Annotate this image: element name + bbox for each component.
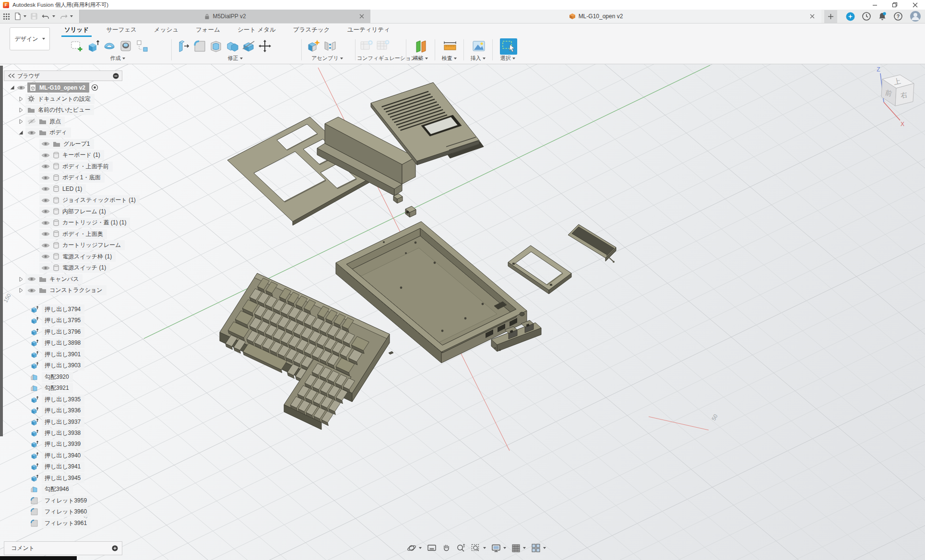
visibility-eye-icon[interactable] [27, 288, 36, 293]
group-label[interactable]: 選択 [500, 55, 511, 61]
tree-row[interactable]: カートリッジ・蓋 (1) (1) [39, 218, 130, 228]
document-tab-m5dialpp[interactable]: M5DialPP v2 [79, 10, 371, 23]
new-tab-button[interactable] [824, 10, 837, 23]
feature-item[interactable]: 押し出し3940 [30, 451, 84, 461]
tree-row[interactable]: LED (1) [39, 184, 86, 194]
3d-viewport[interactable]: 150 50 50 50 [0, 0, 925, 560]
ribbon-tab-6[interactable]: ユーティリティ [346, 26, 391, 34]
browser-panel-header[interactable]: ブラウザ [4, 70, 122, 81]
viewcube[interactable]: 上 前 右 Z X [864, 64, 925, 131]
visibility-eye-icon[interactable] [41, 265, 50, 271]
feature-item[interactable]: 押し出し3796 [30, 327, 84, 337]
help-icon[interactable]: ? [894, 12, 902, 21]
browser-scrollbar[interactable] [0, 66, 3, 436]
model-cartridge-frame[interactable] [508, 245, 571, 294]
move-copy-icon[interactable] [257, 38, 273, 54]
panel-options-icon[interactable] [113, 73, 119, 79]
undo-button[interactable] [42, 13, 55, 20]
select-tool-icon[interactable] [500, 38, 517, 55]
tree-row[interactable]: 電源スイッチ (1) [39, 263, 110, 273]
tree-row[interactable]: キーボード (1) [39, 150, 104, 160]
tree-row[interactable]: コンストラクション [18, 285, 107, 295]
collapse-panel-icon[interactable] [8, 73, 15, 78]
tree-row[interactable]: 名前の付いたビュー [18, 105, 94, 115]
viewports-button[interactable] [530, 542, 547, 554]
tree-row[interactable]: ボディ・上面手前 [39, 162, 113, 172]
restore-button[interactable] [885, 0, 905, 10]
workspace-switcher[interactable]: デザイン [10, 27, 50, 50]
joint-icon[interactable] [322, 38, 338, 54]
visibility-eye-icon[interactable] [41, 141, 50, 147]
tree-row[interactable]: 内部フレーム (1) [39, 207, 110, 217]
save-button[interactable] [31, 13, 37, 20]
visibility-eye-icon[interactable] [41, 198, 50, 203]
tree-row[interactable]: グループ1 [39, 139, 94, 149]
expander-closed-icon[interactable] [18, 277, 24, 282]
redo-button[interactable] [59, 13, 73, 20]
visibility-eye-icon[interactable] [41, 243, 50, 248]
close-button[interactable] [905, 0, 925, 10]
new-component-icon[interactable] [306, 38, 321, 54]
close-tab-icon[interactable] [359, 14, 364, 19]
extensions-icon[interactable] [846, 12, 855, 21]
visibility-eye-icon[interactable] [41, 220, 50, 226]
tree-row[interactable]: カートリッジフレーム [39, 240, 125, 250]
ribbon-tab-0[interactable]: ソリッド [63, 26, 90, 34]
expander-closed-icon[interactable] [18, 107, 24, 113]
grid-snap-button[interactable] [510, 543, 527, 554]
expander-closed-icon[interactable] [18, 288, 24, 293]
feature-item[interactable]: 押し出し3903 [30, 361, 84, 371]
feature-item[interactable]: フィレット3961 [30, 518, 91, 528]
feature-item[interactable]: 押し出し3935 [30, 395, 84, 405]
feature-item[interactable]: 押し出し3937 [30, 417, 84, 427]
fillet-icon[interactable] [192, 38, 207, 54]
feature-item[interactable]: 押し出し3901 [30, 350, 84, 360]
group-label[interactable]: 作成 [110, 55, 121, 61]
orbit-button[interactable] [406, 542, 423, 554]
tree-row[interactable]: ボディ・上面奥 [39, 229, 107, 239]
tree-row[interactable]: ML-G10_open v2 [10, 82, 98, 93]
configuration-table-icon[interactable] [375, 38, 391, 54]
feature-item[interactable]: フィレット3960 [30, 507, 91, 517]
user-avatar[interactable] [910, 11, 921, 22]
group-label[interactable]: 構築 [413, 55, 424, 61]
feature-item[interactable]: フィレット3959 [30, 496, 91, 506]
tree-row[interactable]: 原点 [18, 117, 65, 127]
visibility-eye-icon[interactable] [27, 130, 36, 136]
insert-image-icon[interactable] [471, 38, 486, 54]
activate-component-icon[interactable] [91, 84, 98, 91]
expander-open-icon[interactable] [18, 130, 24, 135]
extrude-icon[interactable] [85, 38, 101, 54]
ribbon-tab-5[interactable]: プラスチック [292, 26, 331, 34]
model-power-strip[interactable] [568, 224, 616, 263]
revolve-icon[interactable] [102, 38, 117, 54]
construct-plane-icon[interactable] [414, 38, 429, 54]
measure-icon[interactable] [442, 38, 458, 54]
hole-icon[interactable] [118, 38, 133, 54]
visibility-eye-icon[interactable] [41, 186, 50, 192]
display-settings-button[interactable] [490, 543, 507, 554]
look-at-button[interactable] [426, 543, 438, 553]
feature-item[interactable]: 押し出し3941 [30, 462, 84, 472]
tree-row[interactable]: ドキュメントの設定 [18, 94, 95, 104]
group-label[interactable]: アセンブリ [311, 55, 338, 61]
create-sketch-icon[interactable] [69, 38, 84, 54]
job-status-clock-icon[interactable] [862, 12, 871, 21]
feature-item[interactable]: 押し出し3945 [30, 473, 84, 483]
pattern-icon[interactable] [134, 38, 150, 54]
group-label[interactable]: 検査 [442, 55, 452, 61]
tree-row[interactable]: ボディ1・底面 [39, 173, 105, 183]
expander-open-icon[interactable] [10, 85, 15, 90]
expander-closed-icon[interactable] [18, 96, 24, 102]
app-grid-button[interactable] [3, 13, 10, 20]
comment-bar[interactable]: コメント [4, 541, 122, 555]
visibility-eye-icon[interactable] [41, 152, 50, 158]
feature-item[interactable]: 押し出し3939 [30, 439, 84, 449]
visibility-eye-off-icon[interactable] [27, 118, 36, 124]
add-comment-icon[interactable] [112, 545, 118, 551]
feature-item[interactable]: 押し出し3795 [30, 315, 84, 326]
visibility-eye-icon[interactable] [27, 276, 36, 282]
zoom-button[interactable] [455, 542, 467, 554]
shell-icon[interactable] [208, 38, 224, 54]
feature-item[interactable]: 押し出し3898 [30, 338, 84, 348]
